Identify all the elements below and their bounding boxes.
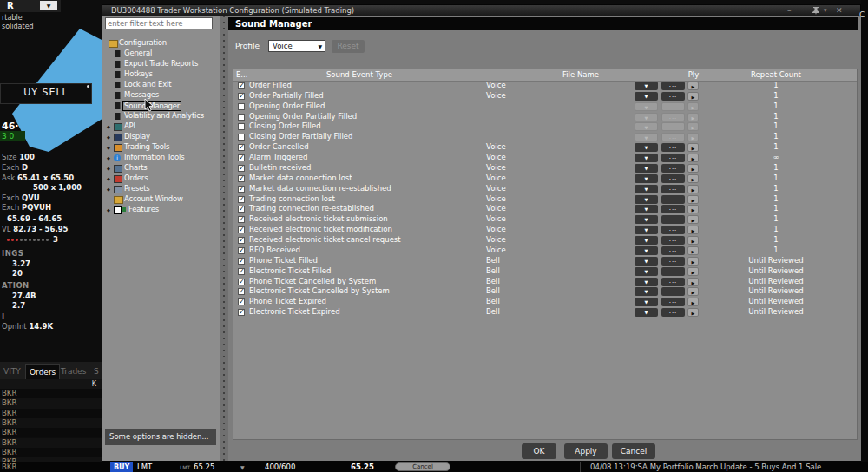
enabled-checkbox[interactable]: ✓: [238, 165, 245, 172]
pin-icon[interactable]: [811, 6, 821, 15]
limit-price[interactable]: 65.25: [194, 462, 214, 472]
cancel-button[interactable]: Cancel: [612, 443, 655, 459]
browse-file-button[interactable]: ...: [661, 287, 685, 296]
sound-event-row[interactable]: Closing Order Partially Filled▼...▶1: [233, 132, 857, 142]
enabled-checkbox[interactable]: [238, 114, 245, 121]
sound-dropdown-button[interactable]: ▼: [635, 92, 658, 101]
play-sound-button[interactable]: ▶: [687, 92, 699, 101]
sound-dropdown-button[interactable]: ▼: [635, 215, 658, 224]
sound-event-row[interactable]: ✓RFQ ReceivedVoice▼...▶1: [233, 246, 857, 256]
ok-button[interactable]: OK: [522, 443, 556, 459]
browse-file-button[interactable]: ...: [661, 267, 685, 276]
play-sound-button[interactable]: ▶: [687, 82, 699, 90]
chevron-down-icon[interactable]: ▼: [240, 462, 245, 472]
tab-summary[interactable]: S: [90, 364, 102, 379]
sound-dropdown-button[interactable]: ▼: [635, 195, 658, 204]
sound-event-row[interactable]: ✓Electronic Ticket ExpiredBell▼...▶Until…: [233, 307, 857, 318]
order-row[interactable]: BKR: [0, 448, 102, 457]
reset-button[interactable]: Reset: [332, 40, 365, 53]
expand-bullet-icon[interactable]: ◆: [107, 124, 110, 129]
sound-event-row[interactable]: Closing Order Filled▼...▶1: [233, 121, 857, 132]
sound-dropdown-button[interactable]: ▼: [635, 82, 658, 90]
buy-sell-button[interactable]: UY SELL: [0, 83, 92, 104]
sound-dropdown-button[interactable]: ▼: [635, 298, 658, 306]
play-sound-button[interactable]: ▶: [687, 226, 699, 234]
sound-dropdown-button[interactable]: ▼: [635, 236, 658, 245]
sound-dropdown-button[interactable]: ▼: [635, 102, 658, 111]
panel-splitter[interactable]: [220, 16, 228, 461]
play-sound-button[interactable]: ▶: [687, 246, 699, 255]
enabled-checkbox[interactable]: [238, 123, 245, 130]
tab-trades[interactable]: Trades: [57, 364, 89, 379]
sound-event-row[interactable]: ✓Phone Ticket ExpiredBell▼...▶Until Revi…: [233, 297, 857, 307]
sound-event-row[interactable]: Opening Order Filled▼...▶1: [233, 102, 857, 112]
sound-dropdown-button[interactable]: ▼: [635, 154, 658, 162]
dialog-titlebar[interactable]: DU3004488 Trader Workstation Configurati…: [102, 5, 860, 16]
enabled-checkbox[interactable]: ✓: [238, 298, 245, 305]
play-sound-button[interactable]: ▶: [687, 236, 699, 245]
sound-event-row[interactable]: ✓Received electronic ticket modification…: [233, 225, 857, 235]
browse-file-button[interactable]: ...: [661, 236, 685, 245]
enabled-checkbox[interactable]: ✓: [238, 82, 245, 89]
browse-file-button[interactable]: ...: [661, 102, 685, 111]
order-row[interactable]: BKR: [0, 428, 102, 437]
sound-dropdown-button[interactable]: ▼: [635, 164, 658, 173]
browse-file-button[interactable]: ...: [661, 122, 685, 131]
play-sound-button[interactable]: ▶: [687, 102, 699, 111]
sound-dropdown-button[interactable]: ▼: [635, 122, 658, 131]
play-sound-button[interactable]: ▶: [687, 113, 699, 121]
sound-event-row[interactable]: ✓Phone Ticket FilledBell▼...▶Until Revie…: [233, 256, 857, 266]
play-sound-button[interactable]: ▶: [687, 174, 699, 183]
order-type[interactable]: LMT: [137, 462, 152, 472]
sound-event-row[interactable]: ✓Alarm TriggeredVoice▼...▶∞: [233, 153, 857, 163]
browse-file-button[interactable]: ...: [661, 143, 685, 152]
browse-file-button[interactable]: ...: [661, 257, 685, 266]
browse-file-button[interactable]: ...: [661, 113, 685, 121]
enabled-checkbox[interactable]: ✓: [238, 175, 245, 182]
browse-file-button[interactable]: ...: [661, 226, 685, 234]
browse-file-button[interactable]: ...: [661, 308, 685, 317]
order-row[interactable]: BKR: [0, 418, 102, 428]
sound-dropdown-button[interactable]: ▼: [635, 133, 658, 141]
browse-file-button[interactable]: ...: [661, 205, 685, 213]
close-icon[interactable]: ✕: [836, 6, 843, 15]
symbol-dropdown[interactable]: R ▼: [0, 0, 61, 12]
sound-event-row[interactable]: ✓Phone Ticket Cancelled by SystemBell▼..…: [233, 277, 857, 287]
enabled-checkbox[interactable]: ✓: [238, 216, 245, 223]
tab-activity[interactable]: VITY: [0, 364, 24, 379]
side-badge[interactable]: BUY: [110, 462, 133, 472]
sound-dropdown-button[interactable]: ▼: [635, 278, 658, 286]
enabled-checkbox[interactable]: ✓: [238, 196, 245, 203]
browse-file-button[interactable]: ...: [661, 133, 685, 141]
browse-file-button[interactable]: ...: [661, 215, 685, 224]
play-sound-button[interactable]: ▶: [687, 215, 699, 224]
play-sound-button[interactable]: ▶: [687, 287, 699, 296]
sound-event-row[interactable]: ✓Bulletin receivedVoice▼...▶1: [233, 163, 857, 174]
enabled-checkbox[interactable]: ✓: [238, 186, 245, 193]
sound-dropdown-button[interactable]: ▼: [635, 287, 658, 296]
browse-file-button[interactable]: ...: [661, 82, 685, 90]
browse-file-button[interactable]: ...: [661, 174, 685, 183]
apply-button[interactable]: Apply: [564, 443, 608, 459]
expand-bullet-icon[interactable]: ◆: [107, 166, 110, 171]
minimize-button[interactable]: –: [787, 6, 792, 15]
sound-event-row[interactable]: ✓Trading connection lostVoice▼...▶1: [233, 194, 857, 205]
browse-file-button[interactable]: ...: [661, 164, 685, 173]
sound-dropdown-button[interactable]: ▼: [635, 174, 658, 183]
enabled-checkbox[interactable]: ✓: [238, 154, 245, 161]
enabled-checkbox[interactable]: ✓: [238, 268, 245, 275]
play-sound-button[interactable]: ▶: [687, 185, 699, 193]
filter-input[interactable]: [105, 17, 213, 30]
expand-bullet-icon[interactable]: ◆: [107, 145, 110, 150]
expand-bullet-icon[interactable]: ◆: [107, 207, 110, 213]
sound-event-row[interactable]: ✓Order CancelledVoice▼...▶1: [233, 142, 857, 153]
play-sound-button[interactable]: ▶: [687, 122, 699, 131]
enabled-checkbox[interactable]: ✓: [238, 206, 245, 213]
enabled-checkbox[interactable]: ✓: [238, 258, 245, 265]
order-row[interactable]: BKR: [0, 389, 102, 398]
expand-bullet-icon[interactable]: ◆: [107, 176, 110, 181]
expand-bullet-icon[interactable]: ◆: [107, 187, 110, 192]
enabled-checkbox[interactable]: ✓: [238, 288, 245, 295]
browse-file-button[interactable]: ...: [661, 278, 685, 286]
enabled-checkbox[interactable]: ✓: [238, 279, 245, 285]
